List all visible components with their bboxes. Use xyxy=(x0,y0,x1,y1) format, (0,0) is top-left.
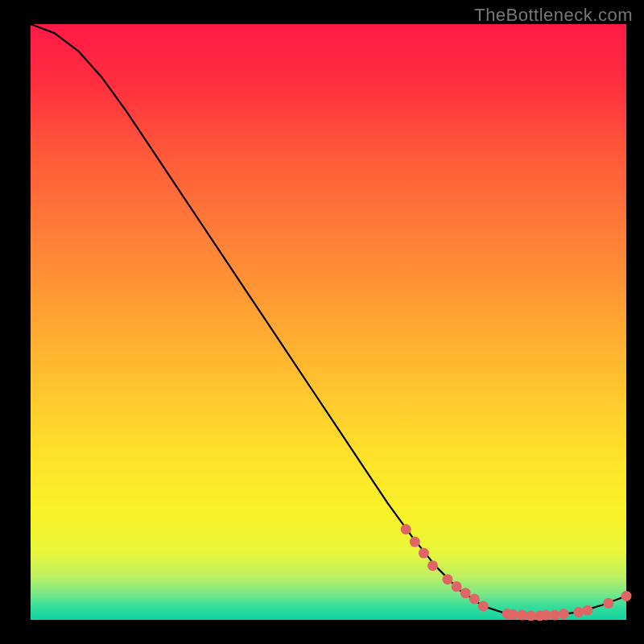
plot-background xyxy=(31,24,626,620)
marker-point xyxy=(550,610,560,621)
marker-point xyxy=(401,524,411,535)
marker-point xyxy=(582,605,592,616)
marker-point xyxy=(427,560,438,571)
marker-point xyxy=(410,537,420,547)
marker-point xyxy=(478,601,489,611)
marker-point xyxy=(508,609,518,620)
marker-point xyxy=(603,598,613,609)
marker-point xyxy=(443,574,453,584)
marker-point xyxy=(452,581,462,592)
marker-point xyxy=(559,609,569,619)
marker-point xyxy=(541,610,551,621)
marker-point xyxy=(460,588,471,598)
marker-point xyxy=(621,591,632,601)
watermark-text: TheBottleneck.com xyxy=(474,5,633,26)
chart-container: TheBottleneck.com xyxy=(0,0,644,644)
marker-point xyxy=(573,607,584,617)
marker-point xyxy=(526,610,536,621)
marker-point xyxy=(517,610,527,621)
marker-point xyxy=(419,548,429,559)
marker-point xyxy=(469,594,480,605)
chart-svg xyxy=(0,0,644,644)
